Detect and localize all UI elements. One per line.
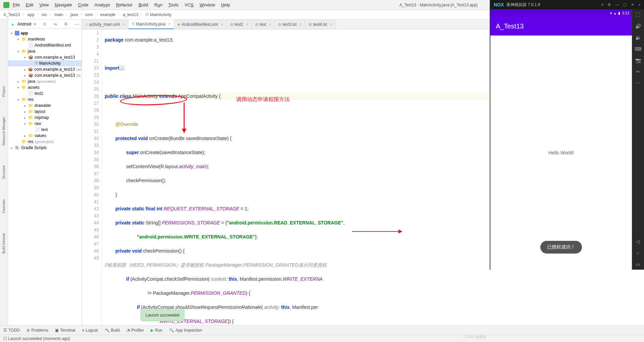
battery-icon: ▮ [618,11,620,15]
breadcrumb-part[interactable]: app [28,12,34,17]
breadcrumb-part[interactable]: a_test13 [123,12,138,17]
tab-problems[interactable]: ⊘Problems [26,328,48,333]
minimize-icon[interactable]: — [615,2,619,7]
scissors-icon[interactable]: ✂ [636,69,640,74]
android-view-icon: ▲ [11,22,15,26]
tree-pkg3[interactable]: ▸📦com.example.a_test13(te [8,72,82,78]
tab-app-inspection[interactable]: 🔍App Inspection [169,328,202,333]
breadcrumb-part[interactable]: A_Test13 [3,12,20,17]
close-icon[interactable]: × [246,22,248,27]
tree-main-activity[interactable]: ©MainActivity [8,60,82,66]
panel-favorites[interactable]: Favorites [2,199,6,213]
nox-content: ▾ ▴ ▮ 3:13 A_Test13 Hello World! 已授权成功！ … [490,9,644,270]
tree-app[interactable]: ▾app [8,30,82,36]
tree-res-gen[interactable]: 📁res(generated) [8,139,82,145]
tree-layout[interactable]: ▸📁layout [8,109,82,115]
tree-drawable[interactable]: ▸📁drawable [8,102,82,109]
breadcrumb-class[interactable]: MainActivity [150,12,171,17]
volume-down-icon[interactable]: 🔉 [635,35,641,40]
more-icon[interactable]: ⋯ [636,80,640,86]
tab-activity-main[interactable]: ◇activity_main.xml× [82,19,128,29]
breadcrumb-part[interactable]: java [70,12,78,17]
app-body[interactable]: Hello World! 已授权成功！ [490,36,632,270]
fullscreen-icon[interactable]: ⛶ [636,12,640,17]
tree-gradle[interactable]: ▸🐘Gradle Scripts [8,145,82,151]
tab-test4[interactable]: ▤test4.txt× [305,19,336,29]
tree-assets[interactable]: ▾📁assets [8,84,82,90]
breadcrumb-part[interactable]: example [100,12,115,17]
menu-icon[interactable]: ≡ [601,2,603,7]
nox-title-bar[interactable]: NOX 夜神模拟器 7.0.1.9 ≡ ⚙ — ▢ ✕ « [490,0,644,9]
tree-res[interactable]: ▾📁res [8,96,82,102]
close-icon[interactable]: ✕ [631,2,634,7]
tab-logcat[interactable]: ≡Logcat [82,328,98,333]
menu-view[interactable]: View [39,2,49,7]
menu-navigate[interactable]: Navigate [55,2,72,7]
tree-manifest-file[interactable]: 📄AndroidManifest.xml [8,42,82,48]
home-icon[interactable]: ○ [637,250,639,256]
tree-pkg1[interactable]: ▾📦com.example.a_test13 [8,54,82,60]
close-icon[interactable]: × [168,22,170,26]
expand-icon[interactable]: « [638,2,641,7]
tree-pkg2[interactable]: ▸📦com.example.a_test13(an [8,66,82,72]
recents-icon[interactable]: ▭ [636,262,640,267]
tab-test2[interactable]: ▤test2× [227,19,252,29]
project-tree[interactable]: ▾app ▾📁manifests 📄AndroidManifest.xml ▾📁… [8,29,82,152]
close-icon[interactable]: × [330,22,332,27]
keyboard-icon[interactable]: ⌨ [635,46,641,52]
gear-icon[interactable]: ⚙ [64,22,68,26]
tab-main-activity[interactable]: ©MainActivity.java× [128,19,174,29]
project-view-label[interactable]: Android [17,22,31,26]
back-icon[interactable]: ◁ [636,239,640,244]
volume-up-icon[interactable]: 🔊 [635,23,641,29]
panel-resource-manager[interactable]: Resource Manager [2,117,6,145]
close-icon[interactable]: × [299,22,302,27]
menu-tools[interactable]: Tools [168,2,178,7]
tab-terminal[interactable]: ▣Terminal [55,328,75,333]
tree-test[interactable]: 📄test [8,127,82,133]
tab-test[interactable]: ▤test× [252,19,275,29]
menu-run[interactable]: Run [154,2,162,7]
menu-help[interactable]: Help [221,2,230,7]
screenshot-icon[interactable]: 📷 [635,58,641,63]
menu-vcs[interactable]: VCS [184,2,194,7]
breadcrumb-part[interactable]: main [54,12,63,17]
tree-java-gen[interactable]: ▸📁java(generated) [8,78,82,84]
tab-todo[interactable]: ☰TODO [3,328,20,333]
app-bar: A_Test13 [490,17,632,36]
tree-raw[interactable]: ▾📁raw [8,121,82,127]
panel-structure[interactable]: Structure [2,165,6,179]
menu-edit[interactable]: Edit [26,2,33,7]
tree-manifests[interactable]: ▾📁manifests [8,36,82,42]
android-screen[interactable]: ▾ ▴ ▮ 3:13 A_Test13 Hello World! 已授权成功！ [490,9,632,270]
tab-run[interactable]: ▶Run [151,328,162,333]
tree-java[interactable]: ▾📁java [8,48,82,54]
close-icon[interactable]: × [122,22,125,27]
panel-project[interactable]: Project [2,86,6,97]
menu-window[interactable]: Window [200,2,215,7]
tab-build[interactable]: 🔨Build [105,328,120,333]
close-icon[interactable]: × [221,22,223,27]
tab-test3[interactable]: ▤test3.txt× [275,19,305,29]
tree-values[interactable]: ▸📁values [8,133,82,139]
maximize-icon[interactable]: ▢ [623,2,627,7]
menu-refactor[interactable]: Refactor [116,2,132,7]
gear-icon[interactable]: ⚙ [607,2,611,7]
tab-android-manifest[interactable]: ◆AndroidManifest.xml× [174,19,227,29]
menu-file[interactable]: File [13,2,20,7]
target-icon[interactable]: ⊙ [43,22,46,26]
collapse-icon[interactable]: ⇋ [54,22,57,26]
tree-mipmap[interactable]: ▸📁mipmap [8,115,82,121]
nox-logo-icon: NOX [494,2,504,7]
breadcrumb-part[interactable]: com [85,12,93,17]
tree-test2[interactable]: 📄test2 [8,90,82,96]
menu-analyze[interactable]: Analyze [95,2,110,7]
panel-build-variants[interactable]: Build Variants [2,233,6,254]
tab-profiler[interactable]: ◔Profiler [126,328,144,333]
breadcrumb-part[interactable]: src [42,12,47,17]
menu-code[interactable]: Code [78,2,89,7]
hide-icon[interactable]: — [75,22,79,26]
dropdown-icon[interactable]: ▾ [34,22,36,26]
close-icon[interactable]: × [269,22,271,27]
menu-build[interactable]: Build [139,2,148,7]
